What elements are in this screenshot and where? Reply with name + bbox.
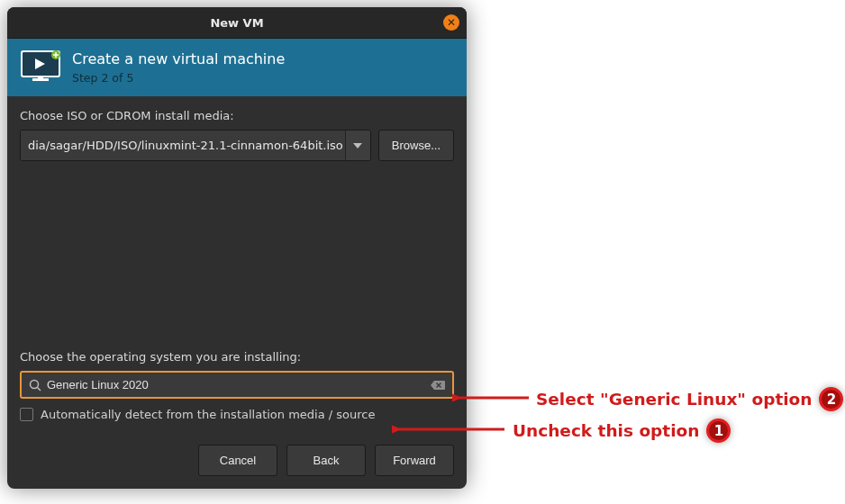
annotation-1: Uncheck this option 1: [513, 418, 731, 443]
chevron-down-icon: [353, 143, 362, 148]
autodetect-label[interactable]: Automatically detect from the installati…: [41, 408, 375, 421]
svg-rect-3: [38, 76, 43, 79]
os-label: Choose the operating system you are inst…: [20, 350, 454, 364]
vm-icon: [20, 50, 61, 86]
media-label: Choose ISO or CDROM install media:: [20, 109, 454, 122]
annotation-arrow-1: [392, 423, 509, 436]
vm-wizard-window: New VM ✕ Create a new virtual machine: [7, 7, 467, 489]
wizard-step: Step 2 of 5: [72, 71, 285, 85]
media-dropdown-button[interactable]: [345, 130, 370, 160]
annotation-2-badge: 2: [819, 387, 843, 411]
browse-button[interactable]: Browse...: [378, 130, 454, 161]
back-button[interactable]: Back: [286, 445, 366, 476]
clear-icon[interactable]: [431, 379, 445, 392]
autodetect-row: Automatically detect from the installati…: [20, 408, 454, 421]
media-path-input[interactable]: dia/sagar/HDD/ISO/linuxmint-21.1-cinnamo…: [21, 130, 345, 160]
titlebar[interactable]: New VM ✕: [7, 7, 467, 39]
annotation-2-text: Select "Generic Linux" option: [536, 390, 812, 409]
close-icon: ✕: [447, 16, 456, 29]
os-search-input[interactable]: [47, 378, 425, 392]
annotation-arrow-2: [452, 392, 533, 404]
wizard-footer: Cancel Back Forward: [7, 432, 467, 489]
media-combo[interactable]: dia/sagar/HDD/ISO/linuxmint-21.1-cinnamo…: [20, 130, 371, 161]
close-button[interactable]: ✕: [443, 14, 459, 31]
annotation-2: Select "Generic Linux" option 2: [536, 387, 843, 411]
wizard-banner: Create a new virtual machine Step 2 of 5: [7, 39, 467, 96]
cancel-button[interactable]: Cancel: [198, 445, 277, 476]
annotation-1-badge: 1: [706, 418, 731, 443]
svg-point-8: [31, 380, 39, 388]
search-icon: [29, 379, 41, 392]
window-title: New VM: [7, 16, 467, 30]
wizard-content: Choose ISO or CDROM install media: dia/s…: [7, 96, 467, 432]
annotation-1-text: Uncheck this option: [513, 421, 699, 440]
svg-line-9: [38, 387, 41, 391]
svg-marker-7: [353, 143, 362, 148]
forward-button[interactable]: Forward: [375, 445, 454, 476]
autodetect-checkbox[interactable]: [20, 408, 33, 421]
os-search-field[interactable]: [20, 371, 454, 399]
wizard-title: Create a new virtual machine: [72, 50, 285, 68]
